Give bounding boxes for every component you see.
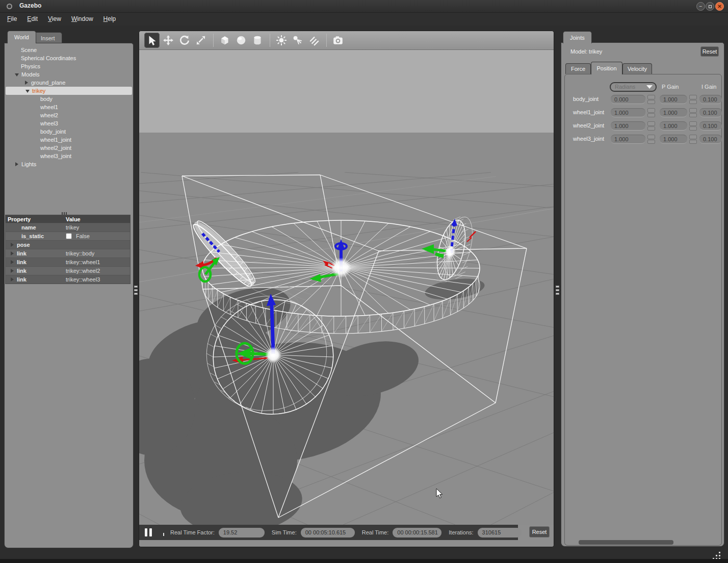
tab-position[interactable]: Position <box>591 62 622 74</box>
right-splitter-handle[interactable] <box>556 286 559 295</box>
joint-label-body_joint: body_joint <box>573 96 599 102</box>
wheel3_joint-position-input[interactable]: 1.000 <box>611 135 645 144</box>
tree-item-body-joint[interactable]: body_joint <box>5 127 133 136</box>
wheel1_joint-position-input[interactable]: 1.000 <box>611 108 645 117</box>
property-row-pose[interactable]: pose <box>6 240 130 249</box>
minimize-button[interactable]: − <box>696 2 705 11</box>
tree-item-label: trikey <box>32 88 45 94</box>
expand-arrow-icon[interactable] <box>15 162 19 166</box>
window-bottom-edge <box>0 559 728 563</box>
tree-item-spherical-coordinates[interactable]: Spherical Coordinates <box>5 54 133 62</box>
wheel1_joint-pgain-spinner[interactable] <box>689 108 697 117</box>
property-row-link-6[interactable]: linktrikey::wheel3 <box>6 275 130 284</box>
body_joint-igain-input[interactable]: 0.100 <box>699 95 722 104</box>
wheel2_joint-position-input[interactable]: 1.000 <box>611 121 645 131</box>
world-reset-button[interactable]: Reset <box>529 526 550 538</box>
property-table-header: Property Value <box>6 215 130 223</box>
wheel1_joint-igain-input[interactable]: 0.100 <box>699 108 722 117</box>
title-bar[interactable]: Gazebo − ✕ <box>0 0 728 13</box>
property-value: False <box>76 233 90 239</box>
tab-velocity[interactable]: Velocity <box>622 63 652 74</box>
tab-insert[interactable]: Insert <box>34 32 62 43</box>
wheel3_joint-pgain-input[interactable]: 1.000 <box>660 135 687 144</box>
tree-item-physics[interactable]: Physics <box>5 62 133 70</box>
maximize-button[interactable] <box>706 2 714 11</box>
screenshot-tool-button[interactable] <box>330 33 346 48</box>
property-row-link-5[interactable]: linktrikey::wheel2 <box>6 266 130 275</box>
menu-edit[interactable]: Edit <box>22 13 43 25</box>
scale-tool-button[interactable] <box>193 33 209 48</box>
sphere-tool-button[interactable] <box>233 33 249 48</box>
directional-light-tool-button[interactable] <box>306 33 322 48</box>
wheel3_joint-pgain-spinner[interactable] <box>689 135 697 144</box>
box-tool-button[interactable] <box>217 33 232 48</box>
tree-item-wheel1[interactable]: wheel1 <box>5 103 133 111</box>
step-button[interactable] <box>163 533 164 536</box>
collapse-arrow-icon[interactable] <box>15 72 19 76</box>
gazebo-3d-scene[interactable] <box>139 50 554 525</box>
tab-force[interactable]: Force <box>565 63 591 74</box>
property-row-is_static[interactable]: is_staticFalse <box>6 232 130 240</box>
select-tool-button[interactable] <box>144 33 160 48</box>
toolbar-separator <box>213 34 214 47</box>
tree-item-wheel1-joint[interactable]: wheel1_joint <box>5 136 133 144</box>
tree-item-trikey[interactable]: trikey <box>6 87 132 95</box>
expand-arrow-icon[interactable] <box>10 269 14 273</box>
close-button[interactable]: ✕ <box>715 2 724 11</box>
expand-arrow-icon[interactable] <box>10 243 14 247</box>
tree-item-ground-plane[interactable]: ground_plane <box>5 79 133 87</box>
joints-reset-button[interactable]: Reset <box>700 46 719 57</box>
wheel1_joint-pgain-input[interactable]: 1.000 <box>660 108 687 117</box>
tree-item-wheel2-joint[interactable]: wheel2_joint <box>5 144 133 152</box>
wheel1_joint-position-spinner[interactable] <box>647 108 655 117</box>
collapse-arrow-icon[interactable] <box>25 89 30 93</box>
status-value-iterations-: 310615 <box>478 528 522 538</box>
body_joint-position-input[interactable]: 0.000 <box>611 95 645 104</box>
joints-panel: Joints Model: trikey Reset Force Positio… <box>561 31 724 547</box>
property-key: name <box>21 224 36 231</box>
menu-view[interactable]: View <box>43 13 66 25</box>
left-splitter-handle[interactable] <box>134 286 138 295</box>
is-static-checkbox[interactable] <box>66 233 72 239</box>
wheel2_joint-position-spinner[interactable] <box>647 121 655 131</box>
property-row-link-4[interactable]: linktrikey::wheel1 <box>6 258 130 266</box>
property-row-name[interactable]: nametrikey <box>6 223 130 232</box>
tree-item-models[interactable]: Models <box>5 70 133 79</box>
pause-button[interactable] <box>145 528 152 536</box>
wheel3_joint-position-spinner[interactable] <box>647 135 655 144</box>
body_joint-pgain-spinner[interactable] <box>689 95 697 104</box>
expand-arrow-icon[interactable] <box>10 260 14 264</box>
horizontal-scrollbar[interactable] <box>579 540 673 545</box>
tree-item-body[interactable]: body <box>5 95 133 103</box>
wheel3_joint-igain-input[interactable]: 0.100 <box>699 135 722 144</box>
menu-file[interactable]: File <box>2 13 22 25</box>
wheel2_joint-pgain-spinner[interactable] <box>689 121 697 131</box>
tree-item-wheel2[interactable]: wheel2 <box>5 111 133 119</box>
wheel2_joint-pgain-input[interactable]: 1.000 <box>660 121 687 131</box>
unit-dropdown[interactable]: Radians <box>610 82 657 92</box>
tab-world[interactable]: World <box>7 31 36 43</box>
expand-arrow-icon[interactable] <box>10 251 14 255</box>
tree-item-wheel3-joint[interactable]: wheel3_joint <box>5 152 133 160</box>
expand-arrow-icon[interactable] <box>10 277 14 282</box>
tree-item-wheel3[interactable]: wheel3 <box>5 119 133 127</box>
translate-tool-button[interactable] <box>161 33 176 48</box>
tree-item-scene[interactable]: Scene <box>5 46 133 54</box>
point-light-tool-button[interactable] <box>274 33 289 48</box>
tree-item-lights[interactable]: Lights <box>5 160 133 168</box>
viewport-3d[interactable] <box>139 50 554 525</box>
scale-icon <box>195 35 206 46</box>
body_joint-pgain-input[interactable]: 1.000 <box>660 95 687 104</box>
tab-joints[interactable]: Joints <box>563 31 592 43</box>
expand-arrow-icon[interactable] <box>24 81 29 85</box>
rotate-tool-button[interactable] <box>177 33 192 48</box>
property-row-link-3[interactable]: linktrikey::body <box>6 249 130 258</box>
property-value: trikey <box>66 224 79 231</box>
body_joint-position-spinner[interactable] <box>647 95 655 104</box>
cylinder-tool-button[interactable] <box>250 33 265 48</box>
menu-window[interactable]: Window <box>66 13 98 25</box>
spot-light-tool-button[interactable] <box>290 33 305 48</box>
wheel2_joint-igain-input[interactable]: 0.100 <box>699 121 722 131</box>
status-value-real-time-: 00 00:00:15.581 <box>393 528 441 538</box>
menu-help[interactable]: Help <box>98 13 121 25</box>
